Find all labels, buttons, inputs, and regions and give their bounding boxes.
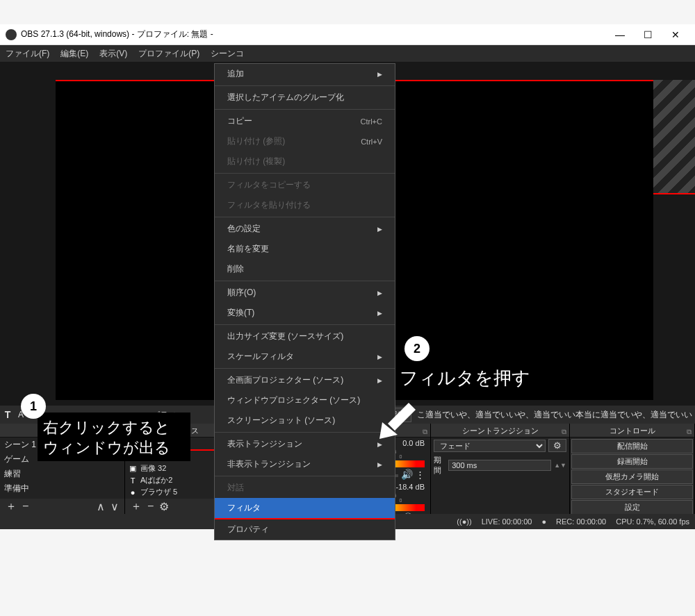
source-type-icon: ● xyxy=(128,488,138,497)
menu-file[interactable]: ファイル(F) xyxy=(0,45,55,62)
context-menu-item[interactable]: 出力サイズ変更 (ソースサイズ) xyxy=(215,326,395,347)
annotation-badge-1: 1 xyxy=(21,394,46,419)
speaker-icon[interactable]: 🔊 xyxy=(401,513,413,514)
live-indicator: ((●)) xyxy=(457,517,471,526)
menubar: ファイル(F) 編集(E) 表示(V) プロファイル(P) シーンコ xyxy=(0,45,695,62)
context-menu-item[interactable]: コピーCtrl+C xyxy=(215,111,395,131)
obs-logo-icon xyxy=(6,29,17,40)
start-recording-button[interactable]: 録画開始 xyxy=(571,454,693,469)
start-virtual-camera-button[interactable]: 仮想カメラ開始 xyxy=(571,469,693,484)
context-menu-item[interactable]: 選択したアイテムのグループ化 xyxy=(215,88,395,108)
context-menu-item: 対話 xyxy=(215,478,395,498)
context-menu-item[interactable]: スケールフィルタ▶ xyxy=(215,347,395,367)
channel-db: -18.4 dB xyxy=(395,483,425,493)
start-streaming-button[interactable]: 配信開始 xyxy=(571,439,693,453)
settings-button[interactable]: 設定 xyxy=(571,500,693,514)
annotation-badge-2: 2 xyxy=(404,336,430,361)
text-source-icon: T xyxy=(0,409,15,420)
cpu-status: CPU: 0.7%, 60.00 fps xyxy=(616,517,689,526)
studio-mode-button[interactable]: スタジオモード xyxy=(571,485,693,499)
svg-marker-0 xyxy=(388,403,416,431)
context-menu-item[interactable]: 削除 xyxy=(215,259,395,279)
maximize-button[interactable]: ☐ xyxy=(634,29,662,40)
preview-overflow-indicator xyxy=(653,80,695,194)
menu-edit[interactable]: 編集(E) xyxy=(55,45,94,62)
minimize-button[interactable]: — xyxy=(606,29,634,40)
dock-icon[interactable]: ⧉ xyxy=(562,425,566,439)
dock-icon[interactable]: ⧉ xyxy=(687,425,692,439)
channel-settings-icon[interactable]: ⋮ xyxy=(416,513,425,515)
controls-title: コントロール xyxy=(610,426,655,435)
transitions-title: シーントランジション xyxy=(462,426,539,435)
context-menu-item[interactable]: プロパティ xyxy=(215,519,395,540)
controls-panel: コントロール⧉ 配信開始 録画開始 仮想カメラ開始 スタジオモード 設定 終了 xyxy=(570,424,695,514)
rec-status: REC: 00:00:00 xyxy=(556,517,606,526)
duration-input[interactable] xyxy=(448,460,551,471)
add-source-button[interactable]: ＋ xyxy=(128,499,145,514)
menu-scene-collection[interactable]: シーンコ xyxy=(205,45,250,62)
context-menu-item: フィルタをコピーする xyxy=(215,175,395,195)
source-name: 画像 32 xyxy=(140,463,166,474)
scene-transitions-panel: シーントランジション⧉ フェード ⚙ 期間 ▲▼ xyxy=(431,424,570,514)
move-down-button[interactable]: ∨ xyxy=(108,500,122,513)
scene-item[interactable]: 練習 xyxy=(0,467,124,481)
duration-label: 期間 xyxy=(434,455,445,476)
titlebar: OBS 27.1.3 (64-bit, windows) - プロファイル: 無… xyxy=(0,24,695,45)
context-menu-item[interactable]: 名前を変更 xyxy=(215,239,395,259)
live-status: LIVE: 00:00:00 xyxy=(482,517,532,526)
text-content-preview: こ適当でいや、適当でいいや、適当でいい本当に適当でいや、適当でいい xyxy=(417,409,695,421)
scene-item[interactable]: 準備中 xyxy=(0,481,124,496)
context-menu-item: フィルタを貼り付ける xyxy=(215,195,395,215)
context-menu-item[interactable]: 色の設定▶ xyxy=(215,219,395,239)
source-type-icon: T xyxy=(128,476,138,485)
source-type-icon: ▣ xyxy=(128,464,138,474)
annotation-arrow-icon xyxy=(367,396,416,444)
annotation-text-2: フィルタを押す xyxy=(400,367,530,390)
menu-view[interactable]: 表示(V) xyxy=(94,45,133,62)
context-menu-item[interactable]: 順序(O)▶ xyxy=(215,283,395,303)
dock-icon[interactable]: ⧉ xyxy=(423,425,427,439)
transition-select[interactable]: フェード xyxy=(434,440,546,452)
context-menu-item[interactable]: 非表示トランジション▶ xyxy=(215,454,395,474)
context-menu-item: 貼り付け (複製) xyxy=(215,151,395,172)
channel-settings-icon[interactable]: ⋮ xyxy=(416,469,425,480)
source-name: Aばばか2 xyxy=(140,475,172,485)
rec-indicator: ● xyxy=(541,517,546,526)
annotation-text-1: 右クリックするとウィンドウが出る xyxy=(43,418,170,458)
source-name: ブラウザ 5 xyxy=(140,487,177,497)
context-menu-item[interactable]: 追加▶ xyxy=(215,64,395,84)
move-up-button[interactable]: ∧ xyxy=(94,500,108,513)
context-menu-item[interactable]: フィルタ xyxy=(215,498,395,519)
duration-stepper[interactable]: ▲▼ xyxy=(554,462,566,469)
menu-profile[interactable]: プロファイル(P) xyxy=(133,45,205,62)
add-scene-button[interactable]: ＋ xyxy=(3,499,19,514)
close-button[interactable]: ✕ xyxy=(662,29,689,40)
transition-settings-button[interactable]: ⚙ xyxy=(548,439,566,452)
context-menu-item: 貼り付け (参照)Ctrl+V xyxy=(215,131,395,151)
remove-source-button[interactable]: − xyxy=(145,500,156,513)
source-context-menu: 追加▶選択したアイテムのグループ化コピーCtrl+C貼り付け (参照)Ctrl+… xyxy=(214,63,395,540)
remove-scene-button[interactable]: − xyxy=(19,500,31,513)
source-properties-button[interactable]: ⚙ xyxy=(156,500,172,513)
context-menu-item[interactable]: 全画面プロジェクター (ソース)▶ xyxy=(215,370,395,390)
context-menu-item[interactable]: 変換(T)▶ xyxy=(215,303,395,323)
window-title: OBS 27.1.3 (64-bit, windows) - プロファイル: 無… xyxy=(21,28,213,40)
speaker-icon[interactable]: 🔊 xyxy=(401,469,413,480)
